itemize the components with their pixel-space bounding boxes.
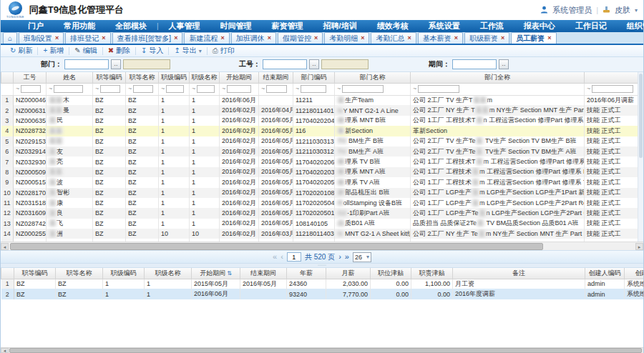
table-row[interactable]: 11NZ031518某康BZBZ112016年02月2016年05月117020… <box>1 198 638 208</box>
column-header-开始期间[interactable]: 开始期间 <box>220 72 259 83</box>
column-header-创建人编码[interactable]: 创建人编码 <box>585 268 625 279</box>
menu-item-11[interactable]: 报表中心 <box>514 21 565 31</box>
column-filter-input[interactable] <box>54 85 83 93</box>
column-header-职级编码[interactable]: 职级编码 <box>159 72 190 83</box>
menu-item-5[interactable]: 时间管理 <box>210 21 262 31</box>
table-row[interactable]: 2NZ000631某某曼BZBZ112016年02月2016年04月112180… <box>1 105 638 115</box>
scroll-left-button[interactable]: ◂ <box>1 243 9 250</box>
column-header-blank[interactable] <box>1 72 14 83</box>
column-header-职等名称[interactable]: 职等名称 <box>126 72 159 83</box>
column-header-年薪[interactable]: 年薪 <box>287 268 326 279</box>
table-row[interactable]: 6NZ032914某友BZBZ112016年02月2016年05月1121103… <box>1 146 638 156</box>
column-filter-input[interactable] <box>301 85 326 93</box>
menu-item-13[interactable]: 组织管理 <box>617 21 644 31</box>
menu-item-1[interactable]: 门户 <box>18 21 54 31</box>
edit-button[interactable]: ✎编辑 <box>69 46 102 56</box>
period-lookup-button[interactable]: ‥ <box>499 59 509 69</box>
tab-close-icon[interactable]: × <box>361 35 364 41</box>
column-header-blank[interactable] <box>585 72 638 83</box>
table-row[interactable]: 8NZ000509某某BZBZ112016年02月2016年05月1170402… <box>1 167 638 177</box>
tab-6[interactable]: 假期管控× <box>278 32 323 44</box>
tab-close-icon[interactable]: × <box>501 35 504 41</box>
menu-item-9[interactable]: 系统设置 <box>419 21 470 31</box>
scroll-right-button[interactable]: ▸ <box>635 243 643 250</box>
tab-close-icon[interactable]: × <box>314 35 318 41</box>
tab-close-icon[interactable]: × <box>454 35 458 41</box>
panel-splitter[interactable]: ⋯⋯ <box>1 263 643 268</box>
menu-item-2[interactable]: 常用功能 <box>54 21 105 31</box>
column-filter-input[interactable] <box>266 85 287 93</box>
column-filter-input[interactable] <box>342 85 384 93</box>
column-header-部门全称[interactable]: 部门全称 <box>411 72 585 83</box>
column-filter-input[interactable] <box>592 85 633 93</box>
vertical-scrollbar[interactable] <box>638 72 643 242</box>
current-user-label[interactable]: 系统管理员 <box>552 5 592 16</box>
skin-caret-icon[interactable]: ▾ <box>635 7 638 14</box>
export-button[interactable]: ↥导出▾ <box>169 46 206 56</box>
column-header-月薪[interactable]: 月薪 <box>326 268 371 279</box>
column-header-blank[interactable] <box>1 268 14 279</box>
column-header-职级名称[interactable]: 职级名称 <box>145 268 192 279</box>
column-header-姓名[interactable]: 姓名 <box>47 72 93 83</box>
table-row[interactable]: 5NZ029153某某BZBZ112016年02月2016年05月1121103… <box>1 136 638 146</box>
dept-lookup-button[interactable]: ‥ <box>111 59 121 69</box>
table-row[interactable]: 13NZ028742某飞BZBZ112016年02月2016年05月108140… <box>1 219 638 229</box>
delete-button[interactable]: ✖删除 <box>103 46 135 56</box>
horizontal-scrollbar-thumb[interactable] <box>10 243 543 250</box>
column-header-职级编码[interactable]: 职级编码 <box>103 268 145 279</box>
table-row[interactable]: 3NZ000635某民BZBZ112016年02月2016年05月1170402… <box>1 116 638 126</box>
tab-11[interactable]: 员工薪资× <box>511 32 556 44</box>
column-header-创建人[interactable]: 创建人 <box>625 268 644 279</box>
column-header-开始期间[interactable]: 开始期间⇅ <box>192 268 240 279</box>
table-row[interactable]: 1BZBZ112015年05月2016年05月243602,030.000.00… <box>1 279 644 289</box>
table-row[interactable]: 4NZ028732某某BZBZ112016年02月2016年05月116革新Se… <box>1 126 638 136</box>
detail-horizontal-scrollbar[interactable]: ◂ <box>1 347 643 353</box>
column-header-备注[interactable]: 备注 <box>453 268 585 279</box>
column-header-职等编码[interactable]: 职等编码 <box>14 268 56 279</box>
add-button[interactable]: +新增 <box>38 46 69 56</box>
tab-close-icon[interactable]: × <box>407 35 411 41</box>
column-header-职等名称[interactable]: 职等名称 <box>56 268 103 279</box>
tab-close-icon[interactable]: × <box>268 35 271 41</box>
tab-5[interactable]: 加班调休× <box>231 32 276 44</box>
menu-item-7[interactable]: 招聘/培训 <box>313 21 367 31</box>
column-filter-input[interactable] <box>418 85 459 93</box>
tab-close-icon[interactable]: × <box>55 35 59 41</box>
table-row[interactable]: 7NZ032930某亮BZBZ112016年02月2016年05月1170402… <box>1 156 638 166</box>
tab-7[interactable]: 考勤明细× <box>324 32 369 44</box>
column-filter-input[interactable] <box>166 85 184 93</box>
column-filter-input[interactable] <box>227 85 251 93</box>
column-filter-input[interactable] <box>21 85 40 93</box>
page-size-select[interactable]: 26 ▾ <box>353 252 371 262</box>
tab-1[interactable]: 班制设置× <box>19 32 64 44</box>
detail-scroll-left-button[interactable]: ◂ <box>1 348 9 353</box>
tab-close-icon[interactable]: × <box>174 35 177 41</box>
column-header-职等编码[interactable]: 职等编码 <box>93 72 126 83</box>
column-filter-input[interactable] <box>100 85 119 93</box>
column-header-结束期间[interactable]: 结束期间 <box>240 268 287 279</box>
tab-9[interactable]: 基本薪资× <box>418 32 463 44</box>
table-row[interactable]: 2BZBZ112016年06月932407,770.000.000.002016… <box>1 289 644 299</box>
column-filter-input[interactable] <box>133 85 152 93</box>
column-header-职级名称[interactable]: 职级名称 <box>190 72 220 83</box>
column-header-职位津贴[interactable]: 职位津贴 <box>371 268 411 279</box>
refresh-button[interactable]: ↻刷新 <box>5 46 37 56</box>
export-dropdown-icon[interactable]: ▾ <box>199 48 202 54</box>
page-number-input[interactable] <box>287 252 301 262</box>
next-page-button[interactable]: › <box>338 253 341 261</box>
table-row[interactable]: 1NZ000046某某木BZBZ112016年06月11211某生产Team公司… <box>1 95 638 105</box>
tab-4[interactable]: 新建流程× <box>184 32 229 44</box>
detail-horizontal-scrollbar-thumb[interactable] <box>9 348 642 353</box>
menu-item-12[interactable]: 工作日记 <box>565 21 617 31</box>
dept-code-input[interactable] <box>64 59 109 69</box>
menu-item-10[interactable]: 工作流 <box>470 21 514 31</box>
column-header-部门编码[interactable]: 部门编码 <box>293 72 335 83</box>
import-button[interactable]: ↧导入 <box>136 46 168 56</box>
column-header-结束期间[interactable]: 结束期间 <box>259 72 293 83</box>
table-row[interactable]: 9NZ000515某波BZBZ112016年02月2016年05月1170402… <box>1 177 638 187</box>
tab-close-icon[interactable]: × <box>220 35 224 41</box>
menu-item-4[interactable]: 人事管理 <box>159 21 210 31</box>
first-page-button[interactable]: « <box>273 253 277 261</box>
vertical-scrollbar-thumb[interactable] <box>639 74 643 158</box>
tab-close-icon[interactable]: × <box>102 35 105 41</box>
